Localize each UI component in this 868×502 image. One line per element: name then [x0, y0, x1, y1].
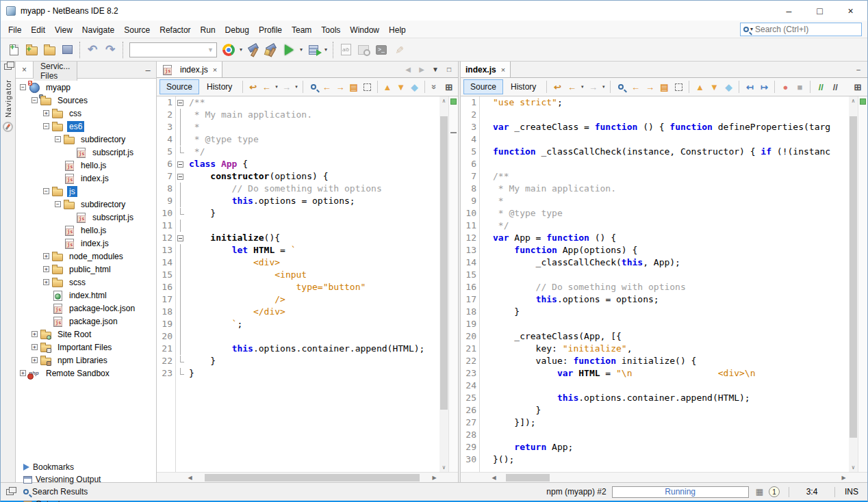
menu-edit[interactable]: Edit [26, 23, 50, 38]
uncomment-icon[interactable]: // [828, 80, 842, 94]
fold-mark[interactable] [176, 170, 185, 183]
view-button-history[interactable]: History [200, 79, 239, 94]
save-all-button[interactable] [58, 41, 76, 59]
jump-back-dropdown[interactable]: ▾ [579, 80, 585, 94]
next-occurrence-icon[interactable]: → [334, 80, 347, 94]
vertical-scroll-thumb[interactable] [850, 116, 857, 438]
browser-chrome-button[interactable] [220, 41, 238, 59]
jump-back-dropdown[interactable]: ▾ [274, 80, 279, 94]
process-list-icon[interactable]: ▦ [756, 487, 763, 497]
statusbar-button-search-results[interactable]: Search Results [19, 486, 238, 498]
scroll-up-icon[interactable]: ∧ [439, 96, 448, 105]
tree-item-js[interactable]: −js [16, 185, 156, 198]
explorer-tab-servic[interactable]: Servic... [34, 62, 77, 71]
collapse-handle-icon[interactable]: − [43, 188, 49, 194]
scroll-left-icon[interactable]: ◀ [489, 475, 499, 481]
minimize-panel-button[interactable]: – [140, 62, 156, 78]
previous-occurrence-icon[interactable]: ← [628, 80, 642, 94]
jump-forward-dropdown[interactable]: ▾ [600, 80, 607, 94]
edit-pencil-button[interactable]: ✎ [390, 41, 408, 59]
tree-item-package-lock-json[interactable]: package-lock.json [16, 302, 156, 315]
expand-handle-icon[interactable]: + [31, 357, 38, 363]
scroll-right-icon[interactable]: ▶ [839, 475, 849, 481]
tab-close-icon[interactable]: × [213, 66, 217, 74]
tree-item-hello-js[interactable]: hello.js [16, 224, 156, 237]
menu-window[interactable]: Window [345, 23, 384, 38]
tree-item-important-files[interactable]: +Important Files [16, 341, 156, 354]
tree-item-public-html[interactable]: +public_html [16, 263, 156, 276]
scroll-up-icon[interactable]: ∧ [849, 96, 858, 105]
jump-back-icon[interactable]: ← [565, 80, 578, 94]
view-button-history[interactable]: History [504, 79, 543, 94]
open-project-button[interactable] [40, 41, 58, 59]
fold-collapse-icon[interactable] [177, 235, 183, 241]
navigator-tab[interactable]: Navigator [4, 79, 12, 118]
tree-item-index-js[interactable]: index.js [16, 237, 156, 250]
new-file-button[interactable]: + [5, 41, 23, 59]
fold-collapse-icon[interactable] [177, 161, 183, 168]
collapse-handle-icon[interactable]: − [31, 97, 38, 103]
menu-file[interactable]: File [3, 23, 26, 38]
fold-mark[interactable] [176, 158, 185, 170]
apply-diff-patterns-button[interactable]: a/b [337, 41, 355, 59]
menu-debug[interactable]: Debug [220, 23, 254, 38]
collapse-handle-icon[interactable]: − [55, 136, 61, 142]
tree-item-subdirectory[interactable]: −subdirectory [16, 133, 156, 146]
debug-project-button[interactable] [305, 41, 322, 59]
expand-handle-icon[interactable]: + [31, 331, 38, 337]
shift-line-right-icon[interactable]: ↦ [757, 80, 771, 94]
minimize-editor-button[interactable]: – [852, 64, 865, 76]
split-window-icon[interactable]: ⊞ [851, 80, 865, 94]
horizontal-scrollbar[interactable]: ◀▶ [461, 472, 867, 482]
prev-document-button[interactable]: ◀ [402, 64, 414, 76]
stop-macro-recording-icon[interactable]: ■ [793, 80, 806, 94]
jump-forward-dropdown[interactable]: ▾ [294, 80, 299, 94]
window-minimize-button[interactable]: – [774, 1, 804, 20]
window-close-button[interactable]: × [835, 1, 866, 20]
menu-refactor[interactable]: Refactor [155, 23, 195, 38]
tree-item-subdirectory[interactable]: −subdirectory [16, 198, 156, 211]
dock-output-icon[interactable] [6, 489, 14, 495]
fold-collapse-icon[interactable] [177, 100, 183, 106]
find-selection-icon[interactable] [614, 80, 628, 94]
tree-item-package-json[interactable]: package.json [16, 315, 156, 328]
undo-button[interactable]: ↶ [84, 41, 101, 59]
menu-view[interactable]: View [50, 23, 77, 38]
tree-item-scss[interactable]: +scss [16, 276, 156, 289]
document-list-dropdown[interactable]: ▼ [429, 64, 442, 76]
maximize-editor-button[interactable]: □ [443, 64, 455, 76]
tree-item-subscript-js[interactable]: subscript.js [16, 211, 156, 224]
collapse-handle-icon[interactable]: − [55, 201, 61, 207]
toggle-highlight-icon[interactable]: ▤ [657, 80, 671, 94]
debug-dropdown-icon[interactable]: ▾ [322, 47, 329, 53]
editor-tab-indexjs[interactable]: index.js× [157, 62, 222, 77]
tab-close-icon[interactable]: × [501, 66, 505, 74]
statusbar-button-output[interactable]: Output [19, 498, 238, 502]
combo-dropdown-icon[interactable]: ▼ [207, 47, 216, 53]
scroll-down-icon[interactable]: ∨ [439, 463, 448, 472]
redo-button[interactable]: ↷ [101, 41, 119, 59]
previous-occurrence-icon[interactable]: ← [320, 80, 333, 94]
menu-help[interactable]: Help [384, 23, 411, 38]
search-input[interactable] [755, 25, 861, 34]
collapse-handle-icon[interactable]: − [43, 123, 49, 129]
code-area[interactable]: "use strict"; var _createClass = functio… [489, 96, 849, 472]
run-dropdown-icon[interactable]: ▾ [298, 47, 305, 53]
fold-mark[interactable] [176, 96, 185, 109]
expand-handle-icon[interactable]: + [20, 370, 26, 376]
tree-item-css[interactable]: +css [16, 107, 156, 120]
tree-item-subscript-js[interactable]: subscript.js [16, 146, 156, 159]
build-project-button[interactable] [244, 41, 262, 59]
split-window-icon[interactable]: ⊞ [442, 80, 455, 94]
tree-item-es6[interactable]: −es6 [16, 120, 156, 133]
rectangular-selection-icon[interactable] [361, 80, 374, 94]
expand-handle-icon[interactable]: + [43, 266, 49, 272]
quick-search-box[interactable]: ▾ [740, 23, 862, 36]
horizontal-scroll-thumb[interactable] [205, 474, 420, 481]
tree-item-remote-sandbox[interactable]: +phpRemote Sandbox [16, 367, 156, 380]
terminal-button[interactable]: >_ [372, 41, 390, 59]
menu-profile[interactable]: Profile [254, 23, 287, 38]
notification-balloon[interactable]: 1 [769, 486, 780, 497]
collapse-handle-icon[interactable]: − [20, 84, 26, 90]
vertical-scrollbar[interactable]: ∧∨ [849, 96, 858, 472]
